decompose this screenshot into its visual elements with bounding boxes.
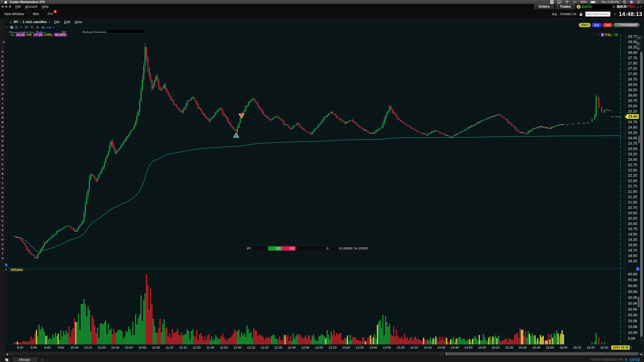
- dock-letter[interactable]: B: [0, 83, 5, 86]
- minimize-window-button[interactable]: [5, 5, 8, 8]
- ask-size-cell[interactable]: 100: [282, 246, 296, 251]
- close-window-button[interactable]: [2, 5, 4, 8]
- scroll-up2-button[interactable]: ▲: [636, 46, 640, 50]
- volume-pane-close-icon[interactable]: ×: [5, 268, 7, 272]
- menu-help[interactable]: Help: [42, 5, 49, 8]
- sell-button[interactable]: Sell: [602, 23, 613, 27]
- dock-letter[interactable]: N: [0, 172, 5, 175]
- dock-letter[interactable]: S: [0, 50, 5, 53]
- dock-letter[interactable]: T: [0, 252, 5, 255]
- dock-letter[interactable]: H: [0, 64, 5, 67]
- zoom-out-icon[interactable]: ⚲-: [31, 25, 34, 29]
- tab-mosaic[interactable]: Mosaic: [12, 358, 37, 362]
- close-chart-icon[interactable]: ×: [6, 26, 8, 29]
- search-icon[interactable]: [606, 13, 608, 15]
- axis-plus-icon[interactable]: +: [630, 346, 632, 349]
- wifi-icon[interactable]: [565, 0, 569, 3]
- dock-letter[interactable]: B: [0, 121, 5, 123]
- volume-pane-title[interactable]: Volume: [9, 268, 25, 272]
- dock-letter[interactable]: A: [0, 69, 5, 72]
- font-size-button[interactable]: Aa: [552, 12, 557, 16]
- zoom-in-icon[interactable]: ⚲+: [25, 25, 29, 29]
- dock-letter[interactable]: U: [0, 139, 5, 142]
- dock-letter[interactable]: S: [0, 168, 5, 170]
- lock-icon[interactable]: [580, 14, 582, 16]
- pin-icon[interactable]: ⚌ ▾: [636, 5, 642, 8]
- orders-button[interactable]: Orders: [534, 4, 554, 9]
- narrow-bars-icon[interactable]: ◂|▸: [41, 25, 45, 29]
- consolidated-button[interactable]: Consolidated: [614, 23, 640, 27]
- chart-symbol[interactable]: IPI: [14, 20, 18, 24]
- notification-icon[interactable]: [637, 1, 641, 3]
- chart-menu-view[interactable]: View: [75, 20, 82, 24]
- dock-letter[interactable]: R: [0, 144, 5, 147]
- dock-letter[interactable]: A: [0, 224, 5, 227]
- mute-icon[interactable]: [573, 0, 577, 3]
- dock-letter[interactable]: I: [0, 88, 5, 91]
- dock-letter[interactable]: A: [0, 191, 5, 194]
- dock-letter[interactable]: P: [0, 74, 5, 77]
- dock-letter[interactable]: C: [0, 205, 5, 208]
- add-tab-button[interactable]: +: [42, 357, 44, 362]
- price-chart-canvas[interactable]: [5, 33, 626, 345]
- notifications-badge[interactable]: 2: [576, 5, 580, 9]
- dock-letter[interactable]: M: [0, 135, 5, 138]
- cursor-tool-icon[interactable]: ↖: [20, 25, 23, 29]
- dock-letter[interactable]: F: [0, 130, 5, 133]
- chart-menu-edit[interactable]: Edit: [64, 20, 70, 24]
- ibot-button[interactable]: IBot: [28, 9, 44, 19]
- pane-splitter-icon[interactable]: [5, 264, 8, 267]
- dock-letter[interactable]: R: [0, 196, 5, 199]
- chart-type-icon[interactable]: |||: [15, 26, 18, 29]
- dock-letter[interactable]: A: [0, 243, 5, 246]
- dock-letter[interactable]: C: [0, 219, 5, 222]
- dock-letter[interactable]: F: [0, 158, 5, 161]
- dock-letter[interactable]: D: [0, 238, 5, 241]
- dock-letter[interactable]: K: [0, 163, 5, 166]
- dock-letter[interactable]: I: [0, 102, 5, 105]
- windows-stack-icon[interactable]: [5, 358, 9, 361]
- menu-file[interactable]: File: [16, 5, 21, 8]
- ticker-lookup-input[interactable]: [586, 13, 606, 15]
- apple-menu-icon[interactable]: [4, 0, 7, 4]
- buy-button[interactable]: Buy: [592, 23, 602, 27]
- vertical-scrollbar-thumb[interactable]: [640, 52, 642, 337]
- siri-icon[interactable]: [630, 0, 633, 4]
- alert-button[interactable]: Alert: [579, 23, 591, 27]
- gear-icon[interactable]: ⚙: [612, 5, 615, 9]
- chart-menu-file[interactable]: File: [54, 20, 60, 24]
- dock-letter[interactable]: B: [0, 116, 5, 119]
- dock-letter[interactable]: N: [0, 149, 5, 152]
- target-icon[interactable]: ◎: [10, 20, 12, 24]
- dock-letter[interactable]: C: [0, 78, 5, 81]
- widen-bars-icon[interactable]: ▸|◂: [47, 25, 51, 29]
- quote-row[interactable]: IPI 100 100 0 24.06000 24.25000: [244, 246, 368, 251]
- dock-letter[interactable]: N: [0, 107, 5, 109]
- dock-letter[interactable]: G: [0, 111, 5, 114]
- pnl-close-icon[interactable]: ×: [598, 33, 600, 36]
- vertical-scrollbar[interactable]: [640, 38, 643, 344]
- dock-letter[interactable]: S: [0, 247, 5, 250]
- dock-letter[interactable]: D: [0, 60, 5, 62]
- malwarebytes-icon[interactable]: M: [550, 0, 554, 4]
- zoom-window-button[interactable]: [9, 5, 11, 8]
- scroll-up-button[interactable]: ▲: [636, 42, 640, 45]
- dock-letter[interactable]: N: [0, 92, 5, 95]
- new-window-button[interactable]: New Window: [0, 9, 28, 19]
- airplay-icon[interactable]: [557, 0, 561, 3]
- pane-collapse-button[interactable]: ▼: [636, 267, 640, 271]
- legend-close-icon[interactable]: ×: [9, 33, 10, 36]
- menu-account[interactable]: Account: [25, 5, 37, 8]
- dock-letter[interactable]: C: [0, 229, 5, 231]
- bid-size-cell[interactable]: 100: [268, 246, 282, 251]
- crosshair-icon[interactable]: ⊕: [36, 25, 39, 29]
- trades-button[interactable]: Trades: [556, 4, 575, 9]
- dock-letter[interactable]: F: [0, 153, 5, 156]
- contact-us-link[interactable]: Contact Us: [560, 12, 576, 16]
- dock-letter[interactable]: C: [0, 55, 5, 58]
- text-annotation-icon[interactable]: T: [10, 26, 13, 29]
- dock-letter[interactable]: A: [0, 215, 5, 217]
- dock-letter[interactable]: H: [0, 210, 5, 213]
- dock-letter[interactable]: T: [0, 177, 5, 180]
- chart-interval-select[interactable]: 1 min candles: [22, 20, 47, 24]
